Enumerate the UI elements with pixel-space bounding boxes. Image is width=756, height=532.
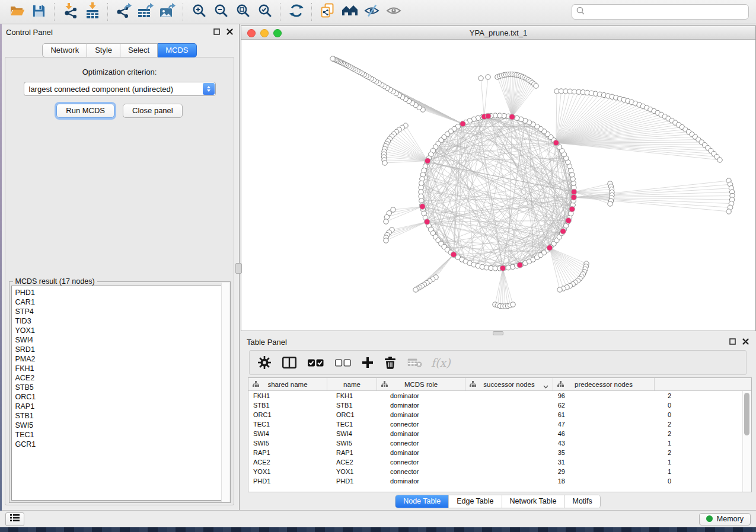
mcds-result-item[interactable]: SWI4 xyxy=(15,335,228,345)
zoom-in-button[interactable] xyxy=(188,2,210,22)
zoom-fit-button[interactable] xyxy=(232,2,254,22)
horizontal-splitter-grip[interactable] xyxy=(493,331,503,335)
close-window-icon[interactable] xyxy=(247,29,256,37)
sort-chevron-icon[interactable] xyxy=(543,383,548,390)
tab-network[interactable]: Network xyxy=(42,43,87,57)
right-column: YPA_prune.txt_1 Table Panel xyxy=(240,24,756,510)
open-folder-icon xyxy=(9,4,25,20)
deselect-all-rows-button[interactable] xyxy=(335,359,351,367)
search-input[interactable] xyxy=(588,5,748,18)
task-history-button[interactable] xyxy=(5,512,24,526)
toolbar-separator xyxy=(311,3,312,21)
criterion-dropdown[interactable]: largest connected component (undirected) xyxy=(24,82,216,96)
table-cell-successor-nodes: 46 xyxy=(478,430,570,437)
export-network-button[interactable] xyxy=(113,2,135,22)
mcds-result-item[interactable]: SRD1 xyxy=(15,345,228,354)
run-mcds-button[interactable]: Run MCDS xyxy=(56,104,114,118)
duplicate-network-icon xyxy=(320,3,335,21)
zoom-out-button[interactable] xyxy=(210,2,232,22)
toolbar-separator xyxy=(280,3,281,21)
home-view-button[interactable] xyxy=(339,2,361,22)
table-cell-name: TEC1 xyxy=(331,421,385,428)
close-panel-button[interactable]: Close panel xyxy=(123,104,183,118)
float-panel-icon[interactable] xyxy=(213,28,220,37)
mcds-result-item[interactable]: STP4 xyxy=(15,307,228,316)
mcds-result-item[interactable]: STB5 xyxy=(15,383,228,392)
mcds-result-item[interactable]: STB1 xyxy=(15,411,228,421)
column-header-shared-name[interactable]: shared name xyxy=(248,378,327,390)
tab-style[interactable]: Style xyxy=(87,43,120,57)
hide-selected-button[interactable] xyxy=(361,2,382,22)
mcds-result-item[interactable]: PMA2 xyxy=(15,354,228,364)
maximize-window-icon[interactable] xyxy=(273,29,282,37)
tab-select[interactable]: Select xyxy=(120,43,158,57)
table-row[interactable]: ACE2ACE2connector311 xyxy=(248,457,751,467)
table-row[interactable]: YOX1YOX1connector291 xyxy=(248,467,751,476)
import-table-button[interactable] xyxy=(81,2,103,22)
table-scrollbar-thumb[interactable] xyxy=(744,393,749,435)
mcds-result-list: PHD1CAR1STP4TID3YOX1SWI4SRD1PMA2FKH1ACE2… xyxy=(11,286,228,501)
table-cell-successor-nodes: 29 xyxy=(478,468,570,475)
zoom-selected-icon xyxy=(258,4,272,20)
table-cell-shared-name: YOX1 xyxy=(248,468,331,475)
export-image-button[interactable] xyxy=(157,2,178,22)
vertical-splitter-grip[interactable] xyxy=(235,263,242,274)
show-all-button[interactable] xyxy=(382,2,404,22)
open-file-button[interactable] xyxy=(6,2,28,22)
export-table-button[interactable] xyxy=(135,2,157,22)
mcds-result-item[interactable]: ORC1 xyxy=(15,392,228,402)
import-network-button[interactable] xyxy=(59,2,81,22)
minimize-window-icon[interactable] xyxy=(260,29,269,37)
tab-edge-table[interactable]: Edge Table xyxy=(449,495,502,508)
column-header-mcds-role[interactable]: MCDS role xyxy=(377,378,465,390)
mcds-result-item[interactable]: PHD1 xyxy=(15,288,228,297)
tab-motifs[interactable]: Motifs xyxy=(564,495,599,508)
mcds-result-item[interactable]: GCR1 xyxy=(15,440,228,449)
close-panel-icon[interactable] xyxy=(227,28,233,37)
duplicate-network-button[interactable] xyxy=(317,2,339,22)
tab-network-table[interactable]: Network Table xyxy=(502,495,565,508)
list-icon xyxy=(10,514,20,524)
save-session-button[interactable] xyxy=(28,2,50,22)
network-canvas[interactable] xyxy=(241,40,755,331)
table-row[interactable]: STB1STB1dominator620 xyxy=(248,400,751,410)
table-cell-name: YOX1 xyxy=(331,468,385,475)
table-row[interactable]: RAP1RAP1dominator352 xyxy=(248,448,751,457)
mcds-result-item[interactable]: ACE2 xyxy=(15,373,228,383)
function-builder-button[interactable]: f(x) xyxy=(431,356,451,369)
tab-node-table[interactable]: Node Table xyxy=(395,495,449,508)
select-all-rows-button[interactable] xyxy=(308,359,324,367)
table-row[interactable]: SWI5SWI5connector431 xyxy=(248,438,751,448)
mcds-list-scrollbar[interactable] xyxy=(221,283,229,502)
float-table-panel-icon[interactable] xyxy=(729,338,736,347)
mcds-result-item[interactable]: RAP1 xyxy=(15,402,228,411)
mcds-result-item[interactable]: CAR1 xyxy=(15,297,228,307)
table-settings-button[interactable] xyxy=(258,356,271,369)
mcds-result-item[interactable]: YOX1 xyxy=(15,326,228,335)
table-row[interactable]: ORC1ORC1dominator610 xyxy=(248,410,751,419)
column-header-predecessor-nodes[interactable]: predecessor nodes xyxy=(553,378,655,390)
split-panel-button[interactable] xyxy=(282,357,296,368)
add-column-button[interactable] xyxy=(362,357,373,368)
column-header-name[interactable]: name xyxy=(327,378,377,390)
table-row[interactable]: PHD1PHD1dominator180 xyxy=(248,476,751,486)
tab-mcds[interactable]: MCDS xyxy=(158,43,196,57)
network-window-titlebar[interactable]: YPA_prune.txt_1 xyxy=(241,26,755,40)
mcds-result-item[interactable]: SWI5 xyxy=(15,421,228,430)
refresh-button[interactable] xyxy=(285,2,307,22)
mcds-result-item[interactable]: FKH1 xyxy=(15,364,228,373)
delete-column-button[interactable] xyxy=(384,356,396,369)
column-header-successor-nodes[interactable]: successor nodes xyxy=(465,378,553,390)
delete-table-button[interactable] xyxy=(407,358,422,367)
zoom-selected-button[interactable] xyxy=(254,2,276,22)
horizontal-splitter[interactable] xyxy=(240,331,756,335)
memory-button[interactable]: Memory xyxy=(699,513,751,525)
close-table-panel-icon[interactable] xyxy=(742,338,749,347)
mcds-result-item[interactable]: TID3 xyxy=(15,316,228,326)
mcds-result-item[interactable]: TEC1 xyxy=(15,430,228,440)
table-cell-predecessor-nodes: 0 xyxy=(570,477,677,485)
table-row[interactable]: FKH1FKH1dominator962 xyxy=(248,391,751,400)
table-row[interactable]: SWI4SWI4dominator462 xyxy=(248,429,751,438)
table-scrollbar[interactable] xyxy=(742,391,751,492)
table-row[interactable]: TEC1TEC1connector472 xyxy=(248,419,751,429)
